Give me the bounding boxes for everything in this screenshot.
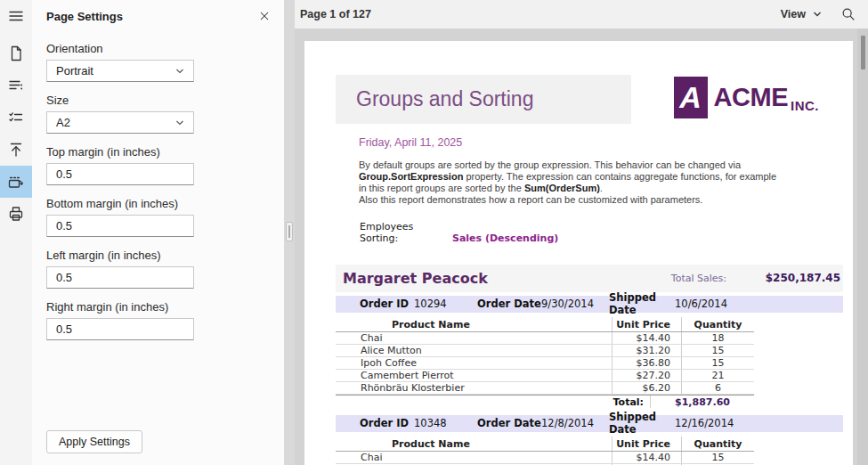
panel-splitter[interactable] (284, 0, 295, 465)
bottom-margin-in-inches-input[interactable] (46, 215, 194, 237)
page-settings-panel: Page Settings OrientationPortraitSizeA2T… (32, 0, 284, 465)
unit-price-cell: $27.20 (612, 370, 681, 381)
product-name-cell: Chai (336, 332, 612, 344)
logo-mark-icon: A (674, 77, 708, 118)
orders: Order ID10294Order Date9/30/2014Shipped … (336, 296, 843, 465)
group-header: Margaret Peacock Total Sales: $250,187.4… (336, 265, 843, 292)
apply-settings-button[interactable]: Apply Settings (46, 430, 142, 453)
sorting-value: Sales (Descending) (452, 232, 558, 244)
quantity-cell: 21 (681, 370, 754, 381)
order-date-label: Order Date (477, 298, 541, 310)
sorting-label: Employees Sorting: (360, 221, 452, 244)
sidebar-item-scroll-top[interactable] (0, 134, 32, 166)
shipped-date-value: 12/16/2014 (675, 417, 734, 429)
table-row: Alice Mutton$31.2015 (336, 345, 754, 357)
scrollbar-thumb[interactable] (861, 36, 865, 69)
splitter-grip-icon[interactable] (286, 222, 293, 241)
product-name-cell: Rhönbräu Klosterbier (336, 382, 612, 394)
top-margin-in-inches-label: Top margin (in inches) (46, 145, 270, 159)
group-total-value: $250,187.45 (726, 272, 840, 284)
left-margin-in-inches-input[interactable] (46, 266, 194, 289)
panel-header: Page Settings (32, 0, 284, 32)
sidebar-item-document[interactable] (0, 37, 32, 69)
search-icon (840, 6, 856, 22)
order-id-value: 10348 (414, 417, 477, 429)
order-total-label: Total: (336, 396, 650, 408)
order-section: Order ID10348Order Date12/8/2014Shipped … (336, 415, 843, 465)
table-header-row: Product NameUnit PriceQuantity (336, 317, 754, 332)
viewer-main: Page 1 of 127 View Groups and Sorting A … (295, 0, 868, 465)
column-header-quantity: Quantity (681, 317, 754, 331)
report-date: Friday, April 11, 2025 (359, 136, 853, 149)
order-date-value: 9/30/2014 (541, 298, 609, 310)
view-menu-label: View (781, 8, 806, 20)
sidebar-item-print[interactable] (0, 198, 32, 230)
close-icon (257, 9, 272, 23)
hamburger-menu-icon (7, 7, 25, 25)
close-panel-button[interactable] (256, 7, 273, 25)
table-row: Rhönbräu Klosterbier$6.206 (336, 382, 754, 395)
arrow-up-to-line-icon (7, 141, 25, 159)
checklist-icon (7, 109, 25, 126)
page-settings-icon (7, 173, 25, 191)
quantity-cell: 15 (681, 357, 754, 369)
column-header-product: Product Name (336, 317, 612, 331)
order-date-value: 12/8/2014 (541, 417, 609, 429)
size-label: Size (46, 94, 270, 107)
selected-value: Portrait (56, 64, 93, 78)
shipped-date-value: 10/6/2014 (675, 298, 727, 310)
orientation-label: Orientation (46, 42, 270, 55)
table-header-row: Product NameUnit PriceQuantity (336, 436, 754, 452)
vertical-scrollbar[interactable] (857, 29, 868, 465)
sidebar-item-page-settings[interactable] (0, 166, 32, 198)
order-info-band: Order ID10348Order Date12/8/2014Shipped … (336, 415, 843, 432)
quantity-cell: 15 (681, 452, 754, 463)
table-row: Chai$14.4015 (336, 452, 754, 464)
product-name-cell: Camembert Pierrot (336, 370, 612, 381)
size-select[interactable]: A2 (46, 111, 194, 134)
shipped-date-label: Shipped Date (609, 411, 675, 436)
order-total-row: Total:$1,887.60 (336, 395, 754, 408)
company-logo: A ACME INC. (674, 75, 819, 119)
sidebar-item-checklist[interactable] (0, 102, 32, 134)
order-id-value: 10294 (414, 298, 477, 310)
unit-price-cell: $36.80 (612, 357, 681, 369)
column-header-product: Product Name (336, 436, 612, 451)
description-text: . (600, 183, 603, 193)
report-viewer-app: Page Settings OrientationPortraitSizeA2T… (0, 0, 868, 465)
shipped-date-label: Shipped Date (609, 291, 675, 316)
description-line2: Also this report demonstrates how a repo… (359, 194, 786, 206)
chevron-down-icon (174, 118, 185, 128)
unit-price-cell: $31.20 (612, 345, 681, 356)
unit-price-cell: $6.20 (612, 382, 681, 394)
hamburger-menu-button[interactable] (0, 2, 32, 30)
order-id-label: Order ID (360, 417, 414, 429)
search-button[interactable] (840, 6, 856, 22)
viewer-toolbar: Page 1 of 127 View (295, 0, 868, 29)
view-menu-button[interactable]: View (781, 8, 823, 20)
document-viewer[interactable]: Groups and Sorting A ACME INC. Friday, A… (295, 29, 868, 465)
report-header: Groups and Sorting A ACME INC. (336, 75, 819, 124)
report-title: Groups and Sorting (336, 75, 631, 124)
group-name: Margaret Peacock (343, 270, 488, 287)
column-header-unit-price: Unit Price (612, 436, 681, 451)
description-text: By default groups are sorted by the grou… (359, 159, 741, 170)
order-id-label: Order ID (360, 298, 414, 310)
description-bold-text: Sum(OrderSum) (524, 183, 600, 193)
table-row: Camembert Pierrot$27.2021 (336, 370, 754, 382)
product-name-cell: Chai (336, 452, 612, 463)
logo-brand-text: ACME (714, 83, 788, 112)
top-margin-in-inches-input[interactable] (46, 163, 194, 185)
quantity-cell: 18 (681, 332, 754, 344)
orientation-select[interactable]: Portrait (46, 60, 194, 82)
description-bold-text: Group.SortExpression (359, 171, 463, 182)
order-date-label: Order Date (477, 417, 541, 429)
printer-icon (7, 205, 25, 223)
sidebar-item-list[interactable] (0, 69, 32, 102)
table-row: Ipoh Coffee$36.8015 (336, 357, 754, 370)
right-margin-in-inches-input[interactable] (46, 318, 194, 340)
order-section: Order ID10294Order Date9/30/2014Shipped … (336, 296, 843, 408)
product-name-cell: Alice Mutton (336, 345, 612, 356)
report-description: By default groups are sorted by the grou… (359, 159, 786, 206)
sorting-row: Employees Sorting:Sales (Descending) (360, 221, 853, 244)
